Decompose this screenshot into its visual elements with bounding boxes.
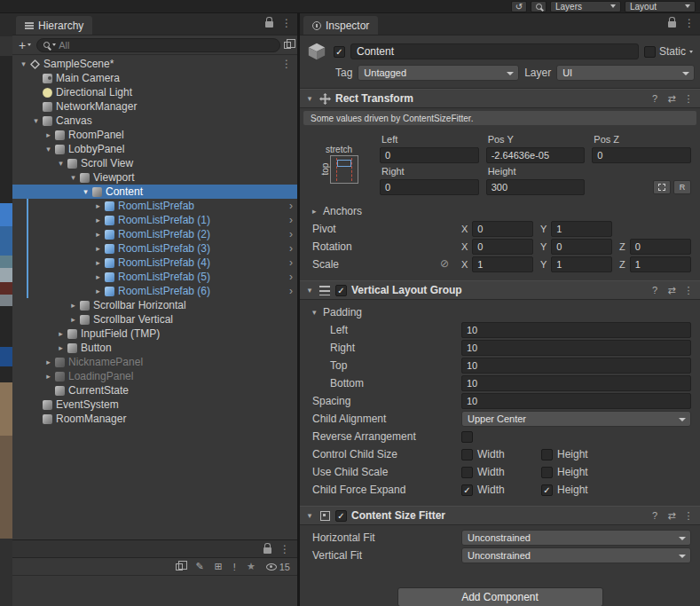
tree-row[interactable]: ▸RoomListPrefab (1)› bbox=[12, 213, 297, 227]
foldout-icon[interactable]: ▾ bbox=[305, 511, 314, 520]
tree-row[interactable]: ▸Scrollbar Horizontal bbox=[12, 298, 297, 312]
tree-row[interactable]: Directional Light bbox=[12, 85, 297, 99]
expander-icon[interactable]: ▾ bbox=[67, 173, 79, 182]
search-filter-caret-icon[interactable] bbox=[52, 43, 56, 46]
add-component-button[interactable]: Add Component bbox=[397, 587, 603, 606]
child-alignment-dropdown[interactable]: Upper Center bbox=[461, 411, 691, 427]
expander-icon[interactable]: ▸ bbox=[43, 130, 54, 139]
prefab-open-chevron-icon[interactable]: › bbox=[289, 285, 293, 297]
tree-row[interactable]: ▸RoomListPrefab (5)› bbox=[12, 270, 297, 284]
expander-icon[interactable]: ▸ bbox=[67, 315, 79, 324]
lock-icon[interactable] bbox=[668, 21, 676, 28]
anchor-preset-widget[interactable] bbox=[330, 155, 358, 184]
tree-row[interactable]: ▸RoomPanel bbox=[12, 128, 297, 142]
warning-icon[interactable]: ! bbox=[233, 562, 236, 572]
constrain-proportions-icon[interactable]: ⊘ bbox=[440, 257, 449, 270]
scene-options-icon[interactable]: ⋮ bbox=[281, 58, 292, 70]
scale-y-field[interactable]: 1 bbox=[551, 256, 612, 272]
expander-icon[interactable]: ▸ bbox=[92, 244, 104, 253]
tree-row[interactable]: ▸InputField (TMP) bbox=[12, 327, 297, 341]
expander-icon[interactable]: ▾ bbox=[80, 187, 91, 196]
tree-row[interactable]: NetworkManager bbox=[12, 99, 297, 114]
fit-dropdown[interactable]: Unconstrained bbox=[461, 530, 691, 546]
tree-row[interactable]: ▸RoomListPrefab (6)› bbox=[12, 284, 297, 298]
active-checkbox[interactable] bbox=[334, 46, 345, 58]
kebab-menu-icon[interactable]: ⋮ bbox=[281, 19, 292, 28]
rect-transform-header[interactable]: ▾ Rect Transform ? ⇄ ⋮ bbox=[300, 89, 700, 108]
grid-icon[interactable] bbox=[176, 562, 185, 572]
help-icon[interactable]: ? bbox=[649, 285, 661, 295]
scale-x-field[interactable]: 1 bbox=[472, 256, 533, 272]
expander-icon[interactable]: ▸ bbox=[55, 343, 67, 352]
scale-z-field[interactable]: 1 bbox=[630, 256, 691, 272]
padding-value-field[interactable]: 10 bbox=[461, 340, 691, 356]
expander-icon[interactable]: ▸ bbox=[92, 216, 104, 224]
static-toggle[interactable]: Static bbox=[644, 45, 695, 58]
content-size-fitter-header[interactable]: ▾ Content Size Fitter ? ⇄ ⋮ bbox=[300, 506, 700, 525]
kebab-menu-icon[interactable]: ⋮ bbox=[682, 93, 695, 105]
tree-row[interactable]: ▾SampleScene*⋮ bbox=[12, 57, 297, 71]
tree-row[interactable]: ▸RoomListPrefab› bbox=[12, 199, 297, 213]
static-caret-icon[interactable] bbox=[689, 51, 693, 53]
lock-icon[interactable] bbox=[265, 21, 273, 28]
tree-row[interactable]: ▾Scroll View bbox=[12, 156, 297, 170]
help-icon[interactable]: ? bbox=[649, 93, 661, 104]
tree-row[interactable]: Main Camera bbox=[12, 71, 297, 85]
fit-dropdown[interactable]: Unconstrained bbox=[461, 547, 691, 563]
rotation-y-field[interactable]: 0 bbox=[551, 239, 612, 255]
tree-row[interactable]: ▾Viewport bbox=[12, 170, 297, 185]
lock-icon[interactable] bbox=[263, 547, 271, 554]
stamp-icon[interactable]: ⊞ bbox=[215, 561, 223, 572]
width-checkbox[interactable] bbox=[461, 467, 473, 478]
expander-icon[interactable]: ▸ bbox=[55, 329, 67, 338]
prefab-open-chevron-icon[interactable]: › bbox=[289, 228, 293, 240]
tree-row[interactable]: ▸RoomListPrefab (4)› bbox=[12, 256, 297, 270]
tree-row[interactable]: ▸RoomListPrefab (2)› bbox=[12, 227, 297, 241]
expander-icon[interactable]: ▸ bbox=[43, 372, 54, 381]
height-field[interactable]: 300 bbox=[486, 179, 586, 195]
expander-icon[interactable]: ▸ bbox=[92, 230, 104, 239]
anchors-foldout-icon[interactable]: ▸ bbox=[312, 207, 323, 216]
static-checkbox[interactable] bbox=[644, 46, 656, 58]
width-checkbox[interactable] bbox=[461, 484, 473, 496]
tree-row[interactable]: CurrentState bbox=[12, 383, 297, 397]
reverse-arrangement-checkbox[interactable] bbox=[461, 431, 473, 443]
tree-row[interactable]: ▸LoadingPanel bbox=[12, 369, 297, 383]
kebab-menu-icon[interactable]: ⋮ bbox=[682, 510, 695, 522]
pos-y-field[interactable]: -2.64636e-05 bbox=[486, 147, 586, 163]
layout-dropdown[interactable]: Layout bbox=[625, 1, 696, 12]
expander-icon[interactable]: ▾ bbox=[18, 59, 29, 68]
tree-row[interactable]: ▸RoomListPrefab (3)› bbox=[12, 241, 297, 256]
prefab-open-chevron-icon[interactable]: › bbox=[289, 256, 293, 269]
height-checkbox[interactable] bbox=[541, 467, 553, 478]
tree-row[interactable]: EventSystem bbox=[12, 397, 297, 412]
tree-row[interactable]: ▾Content bbox=[12, 185, 297, 199]
tag-dropdown[interactable]: Untagged bbox=[358, 65, 519, 81]
expander-icon[interactable]: ▸ bbox=[67, 301, 79, 310]
tree-row[interactable]: RoomManager bbox=[12, 412, 297, 426]
rotation-z-field[interactable]: 0 bbox=[630, 239, 691, 255]
tree-row[interactable]: ▸NicknamePanel bbox=[12, 355, 297, 369]
expander-icon[interactable]: ▾ bbox=[55, 159, 67, 168]
kebab-menu-icon[interactable]: ⋮ bbox=[279, 545, 290, 554]
layer-dropdown[interactable]: UI bbox=[556, 65, 695, 81]
pos-z-field[interactable]: 0 bbox=[592, 147, 691, 163]
tab-inspector[interactable]: Inspector bbox=[303, 16, 378, 35]
tree-row[interactable]: ▸Button bbox=[12, 341, 297, 355]
left-field[interactable]: 0 bbox=[380, 147, 479, 163]
kebab-menu-icon[interactable]: ⋮ bbox=[682, 285, 695, 296]
search-icon[interactable] bbox=[531, 1, 547, 12]
component-enabled-checkbox[interactable] bbox=[335, 285, 347, 296]
padding-value-field[interactable]: 10 bbox=[461, 322, 691, 338]
create-object-button[interactable]: + bbox=[17, 38, 33, 52]
expander-icon[interactable]: ▾ bbox=[30, 116, 42, 125]
expander-icon[interactable]: ▸ bbox=[92, 201, 104, 210]
height-checkbox[interactable] bbox=[541, 449, 553, 460]
height-checkbox[interactable] bbox=[541, 484, 553, 496]
kebab-menu-icon[interactable]: ⋮ bbox=[684, 19, 695, 28]
expander-icon[interactable]: ▾ bbox=[43, 145, 54, 153]
tree-row[interactable]: ▸Scrollbar Vertical bbox=[12, 312, 297, 327]
visibility-toggle[interactable]: 15 bbox=[266, 562, 290, 572]
vertical-layout-group-header[interactable]: ▾ Vertical Layout Group ? ⇄ ⋮ bbox=[300, 280, 700, 300]
tree-row[interactable]: ▾LobbyPanel bbox=[12, 142, 297, 156]
